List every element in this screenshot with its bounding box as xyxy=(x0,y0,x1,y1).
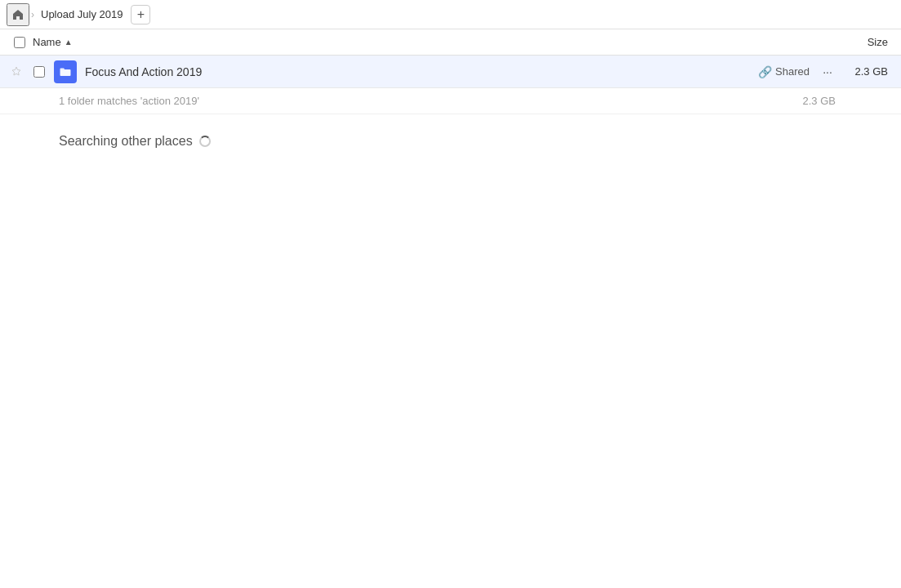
folder-icon-wrapper xyxy=(54,60,77,83)
home-button[interactable] xyxy=(7,3,29,26)
row-checkbox[interactable] xyxy=(33,66,45,78)
shared-label: Shared xyxy=(775,65,810,78)
searching-title-text: Searching other places xyxy=(59,134,193,149)
header-bar: › Upload July 2019 + xyxy=(0,0,901,29)
link-icon: 🔗 xyxy=(758,65,772,78)
folder-icon xyxy=(59,65,72,78)
folder-icon-col xyxy=(52,60,78,83)
breadcrumb-separator: › xyxy=(31,9,34,20)
select-all-checkbox[interactable] xyxy=(14,37,25,48)
star-col[interactable] xyxy=(7,66,26,78)
match-info-text: 1 folder matches 'action 2019' xyxy=(59,95,803,107)
match-info-row: 1 folder matches 'action 2019' 2.3 GB xyxy=(0,88,901,114)
match-info-size: 2.3 GB xyxy=(803,95,842,107)
row-checkbox-col[interactable] xyxy=(26,66,52,78)
searching-other-places-section: Searching other places xyxy=(0,114,901,168)
name-column-label: Name xyxy=(33,36,61,48)
file-name-label[interactable]: Focus And Action 2019 xyxy=(78,65,758,78)
new-tab-button[interactable]: + xyxy=(131,5,150,24)
name-column-header[interactable]: Name ▲ xyxy=(33,36,829,48)
size-column-header[interactable]: Size xyxy=(829,36,894,48)
star-icon xyxy=(11,66,22,78)
file-list-row[interactable]: Focus And Action 2019 🔗 Shared ··· 2.3 G… xyxy=(0,56,901,88)
file-size-value: 2.3 GB xyxy=(845,65,894,78)
select-all-checkbox-col[interactable] xyxy=(7,37,33,48)
more-options-button[interactable]: ··· xyxy=(816,60,839,83)
breadcrumb-item[interactable]: Upload July 2019 xyxy=(36,7,127,22)
sort-arrow-icon: ▲ xyxy=(65,38,73,47)
searching-title: Searching other places xyxy=(59,134,842,149)
searching-spinner-icon xyxy=(199,136,211,147)
shared-section: 🔗 Shared xyxy=(758,65,810,78)
column-headers: Name ▲ Size xyxy=(0,29,901,56)
